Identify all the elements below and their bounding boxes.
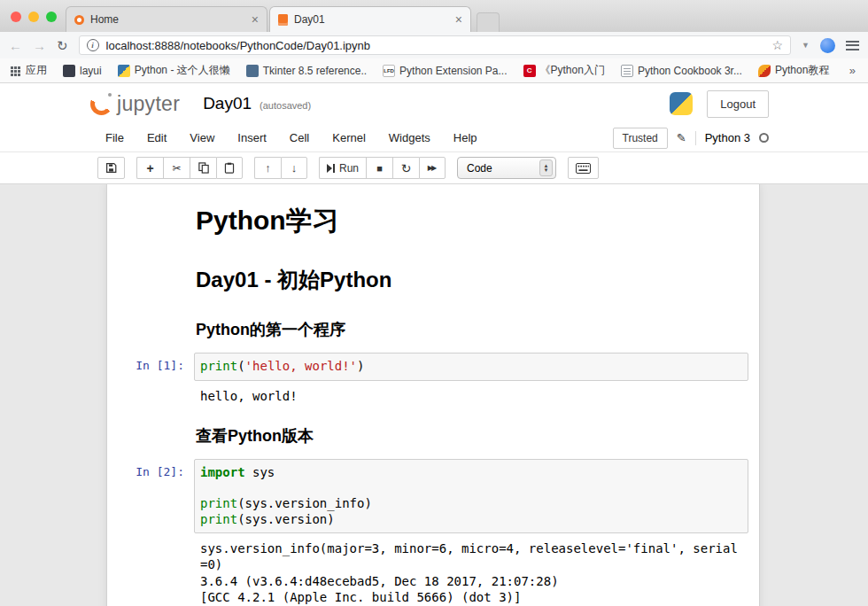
- cell-type-value: Code: [467, 162, 492, 175]
- close-window-button[interactable]: [11, 12, 21, 22]
- move-cell-down-button[interactable]: ↓: [281, 157, 307, 179]
- input-prompt: In [1]:: [107, 353, 194, 372]
- scissors-icon: ✂: [172, 162, 181, 175]
- bookmarks-overflow-icon[interactable]: »: [846, 64, 859, 77]
- bookmark-label: Python Cookbook 3r...: [638, 65, 742, 77]
- copy-cell-button[interactable]: [190, 157, 216, 179]
- menu-cell[interactable]: Cell: [278, 127, 321, 149]
- code-input[interactable]: import sys print(sys.version_info) print…: [194, 459, 748, 533]
- move-cell-up-button[interactable]: ↑: [254, 157, 281, 179]
- markdown-cell[interactable]: Python学习: [107, 191, 755, 249]
- kernel-name: Python 3: [705, 131, 750, 144]
- menu-widgets[interactable]: Widgets: [377, 127, 442, 149]
- bookmark-item[interactable]: 应用: [9, 63, 47, 78]
- bookmarks-list: 应用layuiPython - 这个人很懒Tkinter 8.5 referen…: [9, 63, 846, 78]
- step-down-icon: ▼: [544, 168, 549, 173]
- fast-forward-icon: ▶▶: [428, 164, 437, 172]
- restart-run-all-button[interactable]: ▶▶: [419, 157, 446, 179]
- bookmark-item[interactable]: Python - 这个人很懒: [118, 63, 230, 78]
- tab-day01[interactable]: Day01 ×: [269, 6, 471, 32]
- bookmark-item[interactable]: LFDPython Extension Pa...: [383, 65, 507, 77]
- bookmark-item[interactable]: C《Python入门: [523, 63, 605, 78]
- heading: Python的第一个程序: [196, 319, 750, 340]
- menu-insert[interactable]: Insert: [226, 127, 278, 149]
- address-bar[interactable]: i localhost:8888/notebooks/PythonCode/Da…: [79, 35, 792, 55]
- command-palette-button[interactable]: [568, 157, 599, 179]
- downloads-chevron-icon[interactable]: ▼: [802, 41, 810, 50]
- url-text[interactable]: localhost:8888/notebooks/PythonCode/Day0…: [106, 39, 765, 52]
- page-info-icon[interactable]: i: [87, 39, 99, 51]
- zoom-window-button[interactable]: [46, 12, 57, 22]
- restart-kernel-button[interactable]: ↻: [392, 157, 419, 179]
- prompt-spacer: [107, 381, 194, 387]
- close-tab-icon[interactable]: ×: [252, 13, 259, 26]
- jupyter-logo[interactable]: jupyter: [90, 92, 180, 116]
- minimize-window-button[interactable]: [28, 12, 39, 22]
- markdown-content: Python学习: [194, 196, 750, 245]
- menu-file[interactable]: File: [94, 127, 136, 149]
- forward-icon[interactable]: →: [33, 39, 46, 52]
- insert-cell-button[interactable]: +: [136, 157, 163, 179]
- markdown-cell[interactable]: Day01 - 初始Python: [107, 249, 755, 304]
- back-icon[interactable]: ←: [9, 39, 22, 52]
- menu-kernel[interactable]: Kernel: [321, 127, 377, 149]
- tk-favicon: [246, 65, 259, 77]
- code-cell[interactable]: In [2]:import sys print(sys.version_info…: [107, 454, 755, 606]
- notebook-area: Python学习Day01 - 初始PythonPython的第一个程序In […: [0, 184, 868, 606]
- select-stepper-icon: ▲ ▼: [539, 159, 553, 176]
- trusted-button[interactable]: Trusted: [613, 128, 668, 149]
- tab-home[interactable]: Home ×: [66, 6, 267, 32]
- cell-output: hello, world!: [194, 381, 748, 406]
- bookmark-item[interactable]: Python教程: [758, 63, 829, 78]
- input-prompt: In [2]:: [107, 459, 194, 478]
- prompt-spacer: [107, 308, 194, 315]
- markdown-cell[interactable]: Python的第一个程序: [107, 304, 755, 348]
- bookmark-item[interactable]: layui: [63, 65, 102, 77]
- close-tab-icon[interactable]: ×: [455, 13, 462, 26]
- jupyter-favicon: [74, 15, 84, 25]
- bookmark-label: 应用: [26, 63, 47, 78]
- reload-icon[interactable]: ↻: [57, 39, 68, 52]
- code-token: sys: [245, 465, 275, 479]
- code-token: print: [200, 359, 237, 373]
- code-cell[interactable]: In [1]:print('hello, world!')hello, worl…: [107, 348, 755, 410]
- jupyter-menubar-items: FileEditViewInsertCellKernelWidgetsHelp: [94, 127, 489, 149]
- jupyter-logo-text: jupyter: [117, 92, 180, 116]
- globe-extension-icon[interactable]: [820, 38, 835, 53]
- divider: [695, 131, 696, 145]
- cell-type-select[interactable]: Code ▲ ▼: [457, 157, 556, 179]
- notebook-title[interactable]: Day01: [203, 94, 252, 113]
- cut-cell-button[interactable]: ✂: [163, 157, 190, 179]
- prompt-spacer: [107, 253, 194, 260]
- edit-notebook-metadata-icon[interactable]: ✎: [677, 131, 686, 144]
- cell-row: Python的第一个程序: [107, 308, 750, 344]
- markdown-cell[interactable]: 查看Python版本: [107, 410, 755, 454]
- cell-output: sys.version_info(major=3, minor=6, micro…: [194, 533, 748, 606]
- interrupt-kernel-button[interactable]: ■: [366, 157, 392, 179]
- bookmark-item[interactable]: Python Cookbook 3r...: [621, 65, 742, 77]
- menu-help[interactable]: Help: [442, 127, 489, 149]
- markdown-content: Day01 - 初始Python: [194, 253, 750, 299]
- code-token: print: [200, 512, 237, 526]
- apps-grid-icon: [9, 65, 21, 77]
- browser-menu-icon[interactable]: [846, 41, 859, 50]
- menu-edit[interactable]: Edit: [136, 127, 178, 149]
- code-input[interactable]: print('hello, world!'): [194, 353, 748, 381]
- paste-cell-button[interactable]: [216, 157, 243, 179]
- run-label: Run: [339, 162, 359, 175]
- logout-button[interactable]: Logout: [707, 90, 769, 118]
- menu-view[interactable]: View: [178, 127, 226, 149]
- run-button[interactable]: Run: [319, 157, 366, 179]
- new-tab-button[interactable]: [477, 12, 500, 32]
- cell-row: Python学习: [107, 196, 750, 245]
- prompt-spacer: [107, 196, 194, 202]
- save-button[interactable]: [97, 157, 125, 179]
- refresh-icon: ↻: [401, 161, 412, 175]
- bookmark-item[interactable]: Tkinter 8.5 reference..: [246, 65, 367, 77]
- save-icon: [105, 162, 117, 174]
- bookmark-star-icon[interactable]: ☆: [772, 38, 784, 52]
- code-token: (sys.version): [237, 512, 335, 526]
- jupyter-header: jupyter Day01 (autosaved) Logout: [0, 83, 868, 124]
- copy-icon: [198, 162, 209, 174]
- tab-title: Home: [90, 13, 245, 26]
